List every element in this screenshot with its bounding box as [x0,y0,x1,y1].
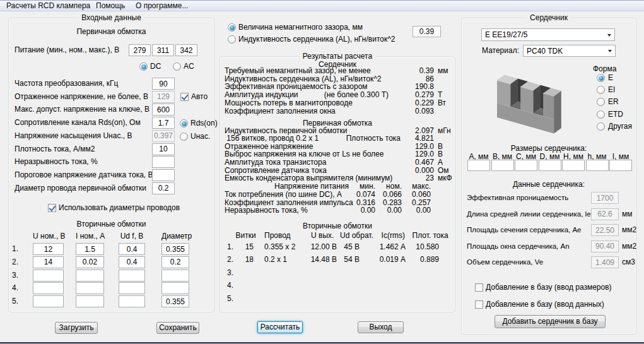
dim-input[interactable] [562,160,585,171]
rds-on-input[interactable] [152,117,175,129]
result-value: 4.821 [415,134,434,143]
secondary-row-number: 1. [12,243,26,255]
use-diameters-label: Использовать диаметры проводов [59,204,180,212]
value-min: 0.00 [361,206,375,215]
material-select[interactable]: PC40 TDK [523,45,616,57]
add-core-button[interactable]: Добавить сердечник в базу [495,315,606,328]
gap-size-radio[interactable] [228,23,236,32]
dim-col-header: I, мм [609,152,632,160]
secondary-ud-input[interactable] [119,282,145,294]
secondary-u-input[interactable] [33,282,64,294]
path-length-label: Длина средней линии сердечника, le [467,208,591,220]
add-sizes-checkbox[interactable] [475,283,483,292]
secondary-col-header: Витки [236,232,256,239]
result-label: Емкость конденсатора выпрямителя (миниму… [225,174,392,182]
dim-col-header: H, мм [562,152,585,160]
add-data-checkbox[interactable] [475,300,483,309]
calculate-button[interactable]: Рассчитать [257,321,303,333]
secondary-i-input[interactable] [76,282,104,294]
save-button[interactable]: Сохранить [156,322,199,334]
load-button[interactable]: Загрузить [55,322,98,334]
auto-checkbox[interactable] [180,93,189,101]
max-switch-voltage-input[interactable] [152,104,175,116]
result-value: 0.467 [415,158,434,167]
supply-nom-input[interactable] [152,44,174,56]
secondary-u-input[interactable] [33,270,64,282]
effective-permeability-input[interactable] [591,192,619,204]
dc-radio[interactable] [139,62,148,71]
result-unit: мГн [438,127,451,135]
gap-value-input[interactable] [413,26,441,37]
secondary-u-input[interactable] [33,243,64,255]
dim-input[interactable] [586,160,609,171]
rds-on-label: Сопротивление канала Rds(on), Ом [15,117,141,129]
secondary-i-input[interactable] [76,243,104,255]
dim-input[interactable] [467,160,490,171]
use-diameters-checkbox[interactable] [48,204,56,212]
ac-radio[interactable] [173,62,181,71]
exit-button[interactable]: Выход [358,321,404,333]
secondary-ud-input[interactable] [119,270,145,282]
shape-e-radio[interactable] [597,74,605,82]
current-density-input[interactable] [152,143,175,155]
result-label: Коэффициент заполнения окна [225,107,336,116]
shape-other-radio[interactable] [597,122,605,131]
dim-input[interactable] [539,160,561,171]
result-unit: мм [438,67,448,75]
menu-item[interactable]: Помощь [96,1,125,11]
secondary-d-input[interactable] [161,270,189,282]
shape-etd-radio[interactable] [597,110,605,119]
result-value: 0.093 [415,107,434,116]
rds-on-radio[interactable] [180,119,188,128]
cross-section-area-unit: мм2 [622,224,636,236]
result-row: Емкость конденсатора выпрямителя (миниму… [220,174,455,182]
primary-wire-diameter-input[interactable] [152,182,175,194]
secondary-ud-input[interactable] [119,256,145,268]
saturation-voltage-input[interactable] [152,130,175,142]
shape-er-radio[interactable] [597,98,605,106]
secondary-i-input[interactable] [76,295,104,307]
result-label: 156 витков, провод 0.2 x 1 [225,134,319,143]
menu-item[interactable]: О программе... [136,1,188,11]
secondary-ud-input[interactable] [119,295,145,307]
window-area-input[interactable] [591,240,619,252]
dim-input[interactable] [609,160,632,171]
path-length-input[interactable] [591,208,619,220]
menu-item[interactable]: Расчеты RCD клампера [6,1,90,11]
secondary-n: 2. [225,256,233,264]
cross-section-area-input[interactable] [591,224,619,236]
e-core-photo [488,66,571,138]
core-volume-input[interactable] [591,256,619,268]
add-data-label: Добавление в базу (ввод данных) [486,300,604,309]
reflected-voltage-input[interactable] [152,91,175,103]
al-radio[interactable] [228,35,236,44]
frequency-input[interactable] [152,78,175,90]
secondary-u-input[interactable] [33,256,64,268]
dim-input[interactable] [491,160,514,171]
sensor-threshold-input[interactable] [152,169,175,181]
secondary-d-input[interactable] [161,243,189,255]
dropdown-arrow-icon [607,34,611,37]
core-type-select[interactable]: E EE19/27/5 [481,28,615,41]
secondary-u-input[interactable] [33,295,64,307]
secondary-d-input[interactable] [161,282,189,294]
primary-section-title: Первичная обмотка [220,119,455,126]
current-continuity-input[interactable] [152,156,175,168]
result-note: Плотность тока [346,134,401,143]
result-label: Требуемый немагнитный зазор, не менее [225,67,371,75]
dim-input[interactable] [515,160,537,171]
unas-radio[interactable] [180,133,188,141]
saturation-voltage-label: Напряжение насыщения Uнас., В [15,130,132,142]
shape-ei-radio[interactable] [597,86,605,94]
current-density-label: Плотность тока, А/мм2 [15,143,95,155]
secondary-i-input[interactable] [76,270,104,282]
secondary-d-input[interactable] [161,256,189,268]
result-row: 156 витков, провод 0.2 x 1 Плотность ток… [220,134,455,143]
supply-max-input[interactable] [175,44,197,56]
secondary-ud-input[interactable] [119,243,145,255]
reflected-voltage-label: Отраженное напряжение, не более, В [15,91,148,103]
secondary-d-input[interactable] [161,295,189,307]
secondary-i-input[interactable] [76,256,104,268]
core-volume-unit: см3 [622,256,635,268]
supply-min-input[interactable] [129,44,151,56]
